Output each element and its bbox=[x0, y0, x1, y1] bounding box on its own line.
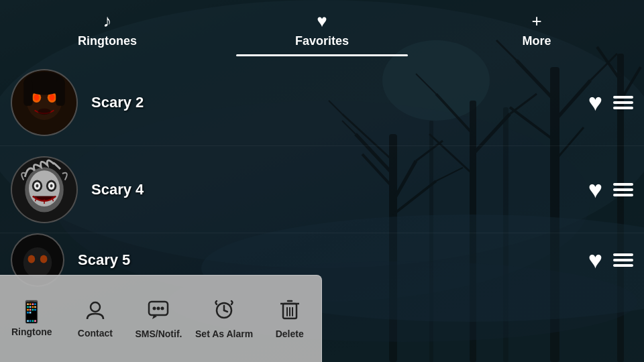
svg-point-38 bbox=[34, 94, 40, 101]
action-sms[interactable]: SMS/Notif. bbox=[131, 298, 185, 339]
svg-point-57 bbox=[23, 247, 52, 278]
svg-point-59 bbox=[40, 255, 48, 263]
music-icon: ♪ bbox=[103, 11, 112, 32]
action-contact-label: Contact bbox=[78, 328, 113, 339]
phone-icon: 📱 bbox=[18, 301, 45, 322]
contact-icon bbox=[85, 299, 106, 324]
svg-point-52 bbox=[50, 184, 53, 187]
list-item-scary4[interactable]: Scary 4 ♥ bbox=[0, 146, 644, 233]
menu-btn-scary4[interactable] bbox=[613, 183, 633, 196]
heart-tab-icon: ♥ bbox=[317, 11, 327, 32]
svg-rect-42 bbox=[56, 80, 64, 105]
item-actions-scary5: ♥ bbox=[588, 248, 633, 272]
tab-ringtones-label: Ringtones bbox=[78, 34, 137, 48]
avatar-scary2 bbox=[11, 69, 78, 136]
item-title-scary5: Scary 5 bbox=[78, 251, 588, 269]
sms-icon bbox=[147, 298, 170, 324]
svg-point-43 bbox=[38, 108, 50, 115]
svg-point-60 bbox=[91, 302, 100, 312]
menu-btn-scary5[interactable] bbox=[613, 253, 633, 267]
alarm-icon bbox=[213, 298, 235, 324]
action-ringtone-label: Ringtone bbox=[11, 326, 52, 337]
avatar-scary4 bbox=[11, 156, 78, 223]
tab-favorites-label: Favorites bbox=[295, 34, 349, 48]
svg-point-62 bbox=[153, 307, 156, 310]
list-item-scary2[interactable]: Scary 2 ♥ bbox=[0, 59, 644, 146]
svg-point-39 bbox=[50, 94, 55, 101]
tab-ringtones[interactable]: ♪ Ringtones bbox=[0, 0, 215, 59]
favorite-btn-scary2[interactable]: ♥ bbox=[588, 90, 602, 115]
action-contact[interactable]: Contact bbox=[68, 299, 122, 339]
action-ringtone[interactable]: 📱 Ringtone bbox=[5, 301, 58, 337]
item-actions-scary2: ♥ bbox=[588, 90, 633, 115]
action-set-alarm-label: Set As Alarm bbox=[195, 328, 253, 339]
favorite-btn-scary5[interactable]: ♥ bbox=[588, 248, 602, 272]
tab-more-label: More bbox=[522, 34, 551, 48]
svg-rect-41 bbox=[23, 80, 32, 105]
plus-icon: + bbox=[531, 11, 541, 32]
menu-btn-scary2[interactable] bbox=[613, 96, 633, 109]
favorite-btn-scary4[interactable]: ♥ bbox=[588, 178, 602, 202]
delete-icon bbox=[279, 298, 301, 324]
tab-favorites[interactable]: ♥ Favorites bbox=[215, 0, 429, 59]
item-title-scary2: Scary 2 bbox=[91, 94, 588, 111]
item-actions-scary4: ♥ bbox=[588, 178, 633, 202]
action-delete-label: Delete bbox=[276, 328, 304, 339]
svg-point-51 bbox=[36, 184, 39, 187]
action-set-alarm[interactable]: Set As Alarm bbox=[195, 298, 253, 339]
action-panel: 📱 Ringtone Contact SMS/Notif. bbox=[0, 275, 322, 362]
svg-point-58 bbox=[28, 255, 36, 263]
action-sms-label: SMS/Notif. bbox=[135, 328, 182, 339]
svg-line-67 bbox=[224, 310, 227, 312]
svg-point-63 bbox=[157, 307, 160, 310]
svg-point-64 bbox=[161, 307, 164, 310]
tab-more[interactable]: + More bbox=[429, 0, 644, 59]
action-delete[interactable]: Delete bbox=[263, 298, 317, 339]
item-title-scary4: Scary 4 bbox=[91, 181, 588, 198]
